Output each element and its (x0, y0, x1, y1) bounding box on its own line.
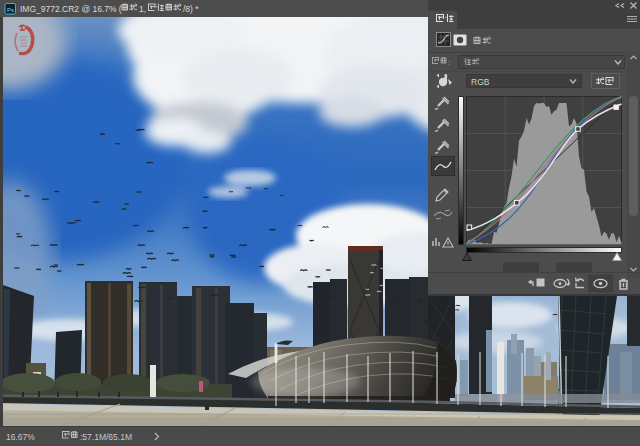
svg-text:1,: 1, (139, 4, 146, 14)
svg-text:IMG_9772.CR2 @ 16.7% (: IMG_9772.CR2 @ 16.7% ( (20, 4, 122, 14)
svg-text:/8) *: /8) * (183, 4, 199, 14)
svg-text:Ps: Ps (7, 7, 14, 13)
svg-text::: : (448, 58, 450, 67)
svg-text::57.1M/65.1M: :57.1M/65.1M (80, 432, 132, 442)
svg-text:16.67%: 16.67% (6, 432, 35, 442)
svg-text:RGB: RGB (471, 77, 490, 87)
